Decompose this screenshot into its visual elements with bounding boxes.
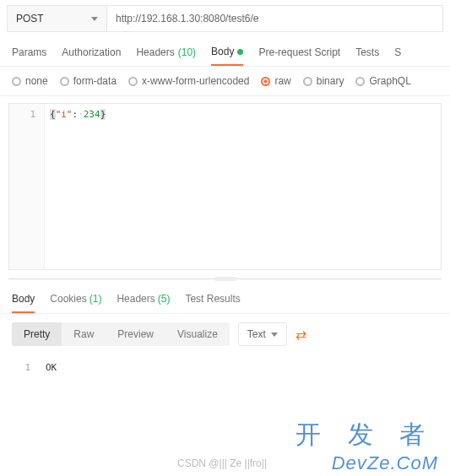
response-tabs: Body Cookies (1) Headers (5) Test Result… xyxy=(0,281,450,314)
wrap-lines-icon[interactable]: ⇄ xyxy=(295,327,306,343)
resp-tab-body[interactable]: Body xyxy=(12,293,35,313)
url-value: http://192.168.1.30:8080/test6/e xyxy=(116,13,258,24)
resp-tab-headers[interactable]: Headers (5) xyxy=(117,293,170,313)
radio-binary[interactable]: binary xyxy=(303,75,344,87)
radio-icon xyxy=(128,77,138,86)
tab-params[interactable]: Params xyxy=(12,46,46,66)
http-method-value: POST xyxy=(16,13,44,24)
editor-code[interactable]: {"i":·234} xyxy=(45,104,441,269)
chevron-down-icon xyxy=(91,17,98,21)
radio-icon xyxy=(355,77,365,86)
watermark-cn: 开 发 者 xyxy=(295,418,435,452)
watermark-csdn: CSDN @||| Ze ||fro|| xyxy=(177,457,267,469)
view-visualize[interactable]: Visualize xyxy=(165,322,230,346)
radio-none[interactable]: none xyxy=(12,75,48,87)
tab-settings[interactable]: S xyxy=(394,46,401,66)
resp-tab-cookies[interactable]: Cookies (1) xyxy=(50,293,101,313)
radio-icon xyxy=(12,77,21,86)
http-method-select[interactable]: POST xyxy=(7,5,106,32)
resp-tab-testresults[interactable]: Test Results xyxy=(185,293,240,313)
response-view-row: Pretty Raw Preview Visualize Text ⇄ xyxy=(0,314,450,354)
response-gutter: 1 xyxy=(10,360,39,376)
view-mode-group: Pretty Raw Preview Visualize xyxy=(12,322,230,346)
radio-icon xyxy=(60,77,69,86)
tab-prerequest[interactable]: Pre-request Script xyxy=(258,46,340,66)
radio-urlencoded[interactable]: x-www-form-urlencoded xyxy=(128,75,249,87)
view-raw[interactable]: Raw xyxy=(62,322,106,346)
tab-body[interactable]: Body xyxy=(211,46,243,66)
pane-splitter[interactable] xyxy=(8,279,442,281)
tab-headers[interactable]: Headers (10) xyxy=(136,46,196,66)
url-input[interactable]: http://192.168.1.30:8080/test6/e xyxy=(106,5,443,32)
view-pretty[interactable]: Pretty xyxy=(12,322,62,346)
watermark-en: DevZe.CoM xyxy=(332,452,438,474)
view-preview[interactable]: Preview xyxy=(106,322,165,346)
request-tabs: Params Authorization Headers (10) Body P… xyxy=(0,37,450,67)
radio-icon xyxy=(261,77,270,86)
request-body-editor[interactable]: 1 {"i":·234} xyxy=(8,103,442,270)
response-body-editor[interactable]: 1 OK xyxy=(10,360,440,376)
chevron-down-icon xyxy=(271,333,278,337)
tab-authorization[interactable]: Authorization xyxy=(62,46,121,66)
radio-icon xyxy=(303,77,312,86)
response-code: OK xyxy=(39,360,440,376)
body-type-row: none form-data x-www-form-urlencoded raw… xyxy=(0,67,450,96)
radio-graphql[interactable]: GraphQL xyxy=(355,75,410,87)
radio-formdata[interactable]: form-data xyxy=(60,75,117,87)
editor-gutter: 1 xyxy=(9,104,45,269)
tab-tests[interactable]: Tests xyxy=(355,46,379,66)
response-lang-select[interactable]: Text xyxy=(238,322,287,346)
unsaved-dot-icon xyxy=(237,49,243,55)
radio-raw[interactable]: raw xyxy=(261,75,290,87)
